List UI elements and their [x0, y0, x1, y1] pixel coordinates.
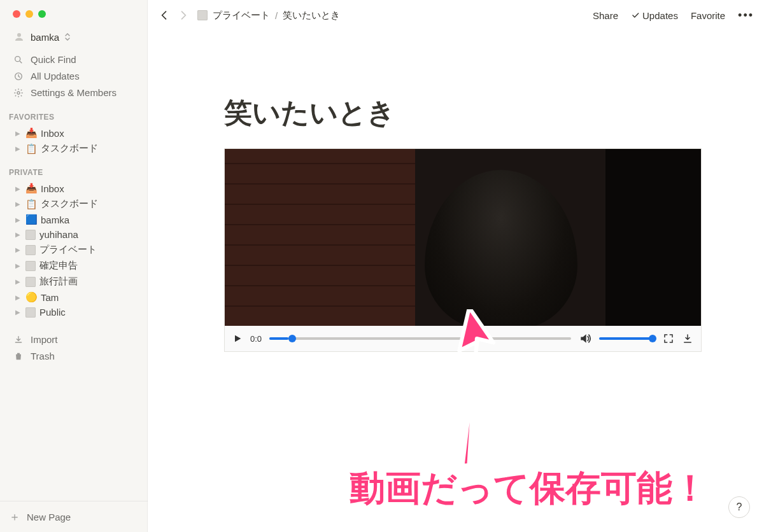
- inbox-icon: 📥: [25, 127, 37, 139]
- help-label: ?: [737, 501, 742, 513]
- inbox-icon: 📥: [25, 183, 37, 194]
- nav-forward-button[interactable]: [177, 9, 190, 22]
- new-page-button[interactable]: ＋ New Page: [0, 501, 148, 532]
- disclosure-triangle-icon[interactable]: ▶: [14, 246, 22, 253]
- help-button[interactable]: ?: [728, 496, 750, 518]
- page-icon: [197, 10, 208, 20]
- workspace-switcher[interactable]: bamka: [0, 28, 148, 46]
- workspace-icon: [13, 31, 25, 43]
- download-button[interactable]: [682, 333, 693, 344]
- trash-button[interactable]: Trash: [8, 348, 140, 364]
- disclosure-triangle-icon[interactable]: ▶: [14, 130, 22, 137]
- disclosure-triangle-icon[interactable]: ▶: [14, 216, 22, 223]
- sidebar-item-label: Public: [39, 307, 66, 318]
- sidebar-item-yuhihana[interactable]: ▶ yuhihana: [8, 227, 140, 242]
- svg-point-1: [15, 56, 20, 61]
- window-minimize-button[interactable]: [25, 10, 33, 18]
- sidebar-item-travel[interactable]: ▶ 旅行計画: [8, 274, 140, 290]
- sidebar-item-label: プライベート: [39, 244, 97, 256]
- video-controls: 0:0: [225, 326, 701, 351]
- page-icon: [25, 307, 36, 318]
- sidebar-item-tax[interactable]: ▶ 確定申告: [8, 258, 140, 274]
- volume-slider[interactable]: [599, 337, 655, 340]
- annotation-overlay: 動画だって保存可能！: [293, 465, 764, 513]
- breadcrumb: プライベート / 笑いたいとき: [197, 10, 340, 22]
- gear-icon: [13, 88, 24, 98]
- page-icon: [25, 245, 36, 255]
- all-updates-button[interactable]: All Updates: [8, 68, 140, 84]
- new-page-label: New Page: [27, 512, 71, 522]
- sidebar-item-fav-inbox[interactable]: ▶ 📥 Inbox: [8, 125, 140, 141]
- annotation-text: 動画だって保存可能！: [350, 465, 708, 513]
- page-content: 笑いたいとき 0:0: [148, 31, 764, 377]
- chevron-updown-icon: [64, 33, 71, 41]
- sidebar-item-private[interactable]: ▶ プライベート: [8, 242, 140, 258]
- sidebar-item-label: bamka: [41, 214, 69, 225]
- page-emoji-icon: 🟦: [25, 214, 37, 225]
- topbar: プライベート / 笑いたいとき Share Updates Favorite •…: [148, 0, 764, 31]
- plus-icon: ＋: [9, 509, 20, 524]
- main-area: プライベート / 笑いたいとき Share Updates Favorite •…: [148, 0, 764, 532]
- window-controls: [0, 0, 148, 25]
- disclosure-triangle-icon[interactable]: ▶: [14, 294, 22, 301]
- disclosure-triangle-icon[interactable]: ▶: [14, 231, 22, 238]
- window-zoom-button[interactable]: [38, 10, 46, 18]
- page-emoji-icon: 🟡: [25, 291, 37, 303]
- svg-point-0: [17, 33, 21, 37]
- sidebar-item-label: 確定申告: [39, 260, 78, 272]
- disclosure-triangle-icon[interactable]: ▶: [14, 185, 22, 192]
- sidebar: bamka Quick Find All Updates Settings & …: [0, 0, 148, 532]
- page-title[interactable]: 笑いたいとき: [224, 94, 726, 132]
- quick-find-label: Quick Find: [31, 54, 76, 65]
- sidebar-item-inbox[interactable]: ▶ 📥 Inbox: [8, 181, 140, 196]
- video-progress-bar[interactable]: [269, 337, 571, 340]
- svg-line-2: [20, 61, 22, 63]
- sidebar-item-public[interactable]: ▶ Public: [8, 305, 140, 319]
- all-updates-label: All Updates: [31, 71, 80, 81]
- fullscreen-button[interactable]: [663, 333, 674, 344]
- breadcrumb-parent[interactable]: プライベート: [213, 10, 270, 22]
- disclosure-triangle-icon[interactable]: ▶: [14, 262, 22, 269]
- private-section-label: PRIVATE: [0, 157, 148, 181]
- quick-find-button[interactable]: Quick Find: [8, 52, 140, 67]
- sidebar-item-label: Inbox: [41, 128, 64, 139]
- check-icon: [631, 11, 640, 20]
- play-button[interactable]: [232, 333, 243, 344]
- video-current-time: 0:0: [250, 334, 262, 344]
- volume-handle-icon[interactable]: [649, 335, 656, 342]
- sidebar-item-tam[interactable]: ▶ 🟡 Tam: [8, 290, 140, 305]
- settings-button[interactable]: Settings & Members: [8, 85, 140, 101]
- share-button[interactable]: Share: [593, 10, 618, 21]
- video-block: 0:0: [224, 148, 702, 352]
- workspace-name: bamka: [31, 32, 59, 43]
- sidebar-item-label: タスクボード: [41, 198, 98, 210]
- trash-label: Trash: [31, 351, 55, 361]
- nav-back-button[interactable]: [158, 9, 171, 22]
- disclosure-triangle-icon[interactable]: ▶: [14, 278, 22, 285]
- updates-button[interactable]: Updates: [631, 10, 678, 21]
- sidebar-item-fav-taskboard[interactable]: ▶ 📋 タスクボード: [8, 141, 140, 157]
- volume-button[interactable]: [579, 332, 591, 345]
- import-button[interactable]: Import: [8, 332, 140, 347]
- sidebar-item-label: Inbox: [41, 183, 64, 194]
- sidebar-item-label: yuhihana: [39, 229, 78, 240]
- breadcrumb-current[interactable]: 笑いたいとき: [283, 10, 340, 22]
- svg-point-4: [17, 92, 20, 94]
- favorites-section-label: FAVORITES: [0, 101, 148, 125]
- sidebar-item-bamka[interactable]: ▶ 🟦 bamka: [8, 212, 140, 227]
- favorite-button[interactable]: Favorite: [691, 10, 725, 21]
- page-icon: [25, 230, 36, 240]
- search-icon: [13, 55, 24, 65]
- clipboard-icon: 📋: [25, 143, 37, 155]
- progress-handle-icon[interactable]: [288, 335, 296, 342]
- clipboard-icon: 📋: [25, 199, 37, 210]
- disclosure-triangle-icon[interactable]: ▶: [14, 145, 22, 152]
- clock-icon: [13, 71, 24, 81]
- window-close-button[interactable]: [13, 10, 20, 18]
- more-menu-button[interactable]: •••: [738, 9, 754, 22]
- import-label: Import: [31, 334, 58, 345]
- disclosure-triangle-icon[interactable]: ▶: [14, 309, 22, 316]
- sidebar-item-taskboard[interactable]: ▶ 📋 タスクボード: [8, 196, 140, 212]
- disclosure-triangle-icon[interactable]: ▶: [14, 200, 22, 207]
- video-frame[interactable]: [225, 149, 701, 326]
